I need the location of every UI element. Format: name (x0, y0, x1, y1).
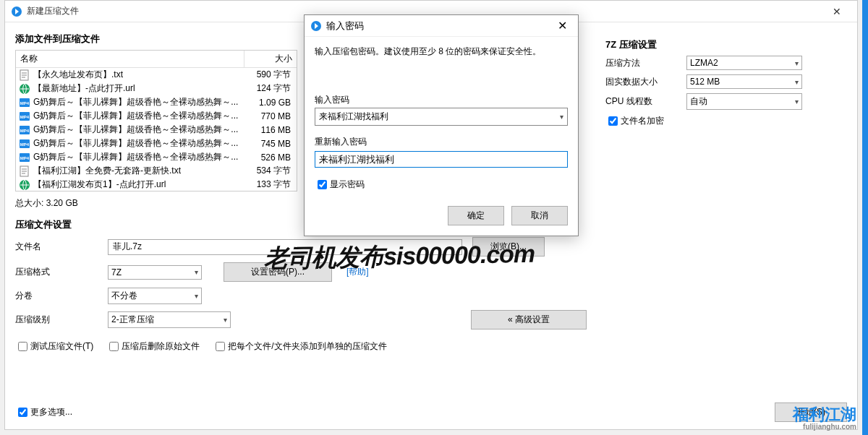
file-row[interactable]: 【福利江湖发布页1】-点此打开.url133 字节 (16, 178, 297, 191)
method-label: 压缩方法 (605, 57, 686, 69)
file-name: 【福利江湖】全免费-无套路-更新快.txt (33, 165, 242, 177)
file-name: 【永久地址发布页】.txt (33, 69, 242, 81)
dialog-body: 输入压缩包密码。建议使用至少 8 位的密码来保证安全性。 输入密码 来福利江湖找… (305, 37, 578, 200)
dialog-close-icon[interactable]: ✕ (552, 19, 572, 33)
chevron-down-icon: ▾ (560, 113, 563, 121)
level-select[interactable]: 2-正常压缩▾ (108, 311, 231, 328)
password-label: 输入密码 (315, 94, 568, 106)
solid-label: 固实数据大小 (605, 76, 686, 88)
help-link[interactable]: [帮助] (346, 266, 369, 278)
sevenz-panel: 7Z 压缩设置 压缩方法 LZMA2▾ 固实数据大小 512 MB▾ CPU 线… (605, 35, 851, 132)
app-icon (310, 20, 322, 32)
test-archive-checkbox[interactable]: 测试压缩文件(T) (15, 340, 93, 353)
show-password-checkbox[interactable]: 显示密码 (315, 178, 365, 191)
chevron-down-icon: ▾ (195, 268, 198, 276)
file-name: G奶舞后～【菲儿裸舞】超级香艳～全裸动感热舞～... (33, 96, 242, 108)
file-size: 534 字节 (242, 165, 294, 177)
svg-text:MP4: MP4 (20, 142, 30, 147)
svg-text:MP4: MP4 (20, 115, 30, 119)
file-size: 116 MB (242, 125, 294, 135)
file-list-body: 【永久地址发布页】.txt590 字节【最新地址】-点此打开.url124 字节… (16, 68, 297, 191)
set-password-button[interactable]: 设置密码(P)... (224, 262, 332, 282)
total-value: 3.20 GB (46, 198, 78, 208)
filename-input[interactable] (108, 239, 462, 255)
chevron-down-icon: ▾ (795, 78, 799, 86)
file-list-header: 名称 大小 (16, 51, 297, 68)
file-size: 124 字节 (242, 82, 294, 95)
file-size: 745 MB (242, 139, 294, 149)
filename-label: 文件名 (15, 241, 108, 253)
password-input[interactable]: 来福利江湖找福利▾ (315, 108, 568, 126)
footer: 更多选项... 开始(S) (15, 402, 847, 422)
separate-archives-checkbox[interactable]: 把每个文件/文件夹添加到单独的压缩文件 (213, 340, 386, 353)
method-select[interactable]: LZMA2▾ (686, 56, 802, 70)
file-size: 590 字节 (242, 69, 294, 81)
advanced-button[interactable]: « 高级设置 (471, 310, 587, 330)
encrypt-names-checkbox[interactable]: 文件名加密 (605, 114, 664, 128)
split-select[interactable]: 不分卷▾ (108, 288, 202, 304)
split-label: 分卷 (15, 290, 108, 302)
password-confirm-input[interactable] (315, 151, 568, 168)
dialog-hint: 输入压缩包密码。建议使用至少 8 位的密码来保证安全性。 (315, 46, 568, 58)
svg-text:MP4: MP4 (20, 101, 30, 105)
right-stripe (862, 0, 868, 435)
format-select[interactable]: 7Z▾ (108, 265, 202, 280)
file-size: 526 MB (242, 152, 294, 163)
password-confirm-label: 重新输入密码 (315, 136, 568, 148)
dialog-buttons: 确定 取消 (305, 200, 578, 236)
cpu-label: CPU 线程数 (605, 95, 686, 108)
file-name: G奶舞后～【菲儿裸舞】超级香艳～全裸动感热舞～... (33, 124, 242, 136)
file-size: 133 字节 (242, 178, 294, 191)
close-icon[interactable]: ✕ (822, 6, 851, 17)
cancel-button[interactable]: 取消 (511, 206, 568, 225)
file-size: 770 MB (242, 111, 294, 121)
chevron-down-icon: ▾ (224, 316, 227, 324)
chevron-down-icon: ▾ (195, 292, 198, 300)
file-row[interactable]: MP4G奶舞后～【菲儿裸舞】超级香艳～全裸动感热舞～...116 MB (16, 123, 297, 137)
svg-text:MP4: MP4 (20, 129, 30, 133)
file-row[interactable]: 【最新地址】-点此打开.url124 字节 (16, 82, 297, 95)
app-icon (11, 6, 22, 17)
password-dialog: 输入密码 ✕ 输入压缩包密码。建议使用至少 8 位的密码来保证安全性。 输入密码… (304, 14, 579, 236)
browse-button[interactable]: 浏览(B)... (472, 237, 545, 257)
file-row[interactable]: 【福利江湖】全免费-无套路-更新快.txt534 字节 (16, 164, 297, 178)
file-name: G奶舞后～【菲儿裸舞】超级香艳～全裸动感热舞～... (33, 151, 242, 163)
file-name: 【福利江湖发布页1】-点此打开.url (33, 178, 242, 191)
chevron-down-icon: ▾ (795, 59, 799, 67)
more-options-checkbox[interactable]: 更多选项... (15, 405, 762, 419)
format-label: 压缩格式 (15, 266, 108, 278)
dialog-title: 输入密码 (326, 20, 552, 33)
chevron-down-icon: ▾ (795, 98, 799, 105)
file-row[interactable]: MP4G奶舞后～【菲儿裸舞】超级香艳～全裸动感热舞～...745 MB (16, 137, 297, 150)
ok-button[interactable]: 确定 (448, 206, 504, 225)
file-name: G奶舞后～【菲儿裸舞】超级香艳～全裸动感热舞～... (33, 110, 242, 122)
file-size: 1.09 GB (242, 98, 294, 108)
col-name-header[interactable]: 名称 (16, 51, 244, 67)
delete-after-checkbox[interactable]: 压缩后删除原始文件 (106, 340, 200, 353)
file-row[interactable]: 【永久地址发布页】.txt590 字节 (16, 68, 297, 82)
solid-select[interactable]: 512 MB▾ (686, 74, 802, 89)
file-row[interactable]: MP4G奶舞后～【菲儿裸舞】超级香艳～全裸动感热舞～...770 MB (16, 109, 297, 123)
cpu-select[interactable]: 自动▾ (686, 93, 802, 110)
file-list: 名称 大小 【永久地址发布页】.txt590 字节【最新地址】-点此打开.url… (15, 50, 297, 191)
file-name: 【最新地址】-点此打开.url (33, 82, 242, 95)
file-name: G奶舞后～【菲儿裸舞】超级香艳～全裸动感热舞～... (33, 137, 242, 150)
col-size-header[interactable]: 大小 (244, 51, 297, 67)
total-label: 总大小: (15, 198, 43, 208)
sevenz-label: 7Z 压缩设置 (605, 38, 851, 51)
file-row[interactable]: MP4G奶舞后～【菲儿裸舞】超级香艳～全裸动感热舞～...1.09 GB (16, 95, 297, 109)
dialog-titlebar: 输入密码 ✕ (305, 15, 578, 37)
svg-text:MP4: MP4 (20, 156, 30, 160)
file-row[interactable]: MP4G奶舞后～【菲儿裸舞】超级香艳～全裸动感热舞～...526 MB (16, 150, 297, 164)
start-button[interactable]: 开始(S) (775, 402, 847, 422)
level-label: 压缩级别 (15, 314, 108, 326)
